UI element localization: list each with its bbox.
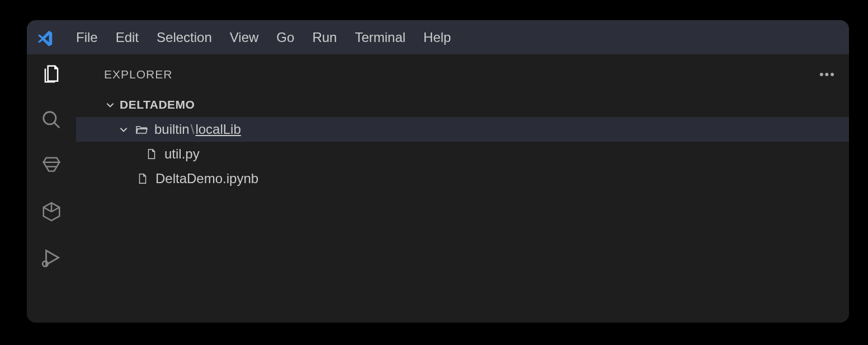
folder-part2: localLib: [195, 122, 240, 137]
file-name: DeltaDemo.ipynb: [155, 171, 258, 187]
sidebar-title: EXPLORER: [104, 68, 172, 81]
explorer-icon[interactable]: [40, 62, 63, 86]
file-row-deltademo[interactable]: DeltaDemo.ipynb: [76, 166, 849, 191]
project-root[interactable]: DELTADEMO: [76, 92, 849, 117]
menu-edit[interactable]: Edit: [107, 26, 148, 49]
file-icon: [143, 148, 160, 160]
svg-line-1: [54, 123, 60, 128]
folder-label: builtin\localLib: [154, 122, 241, 137]
sidebar-header: EXPLORER •••: [76, 61, 849, 88]
file-name: util.py: [164, 146, 200, 162]
folder-open-icon: [133, 123, 150, 136]
path-separator: \: [191, 122, 195, 137]
run-debug-icon[interactable]: [40, 246, 63, 269]
body: EXPLORER ••• DELTADEMO: [27, 54, 849, 323]
folder-row[interactable]: builtin\localLib: [76, 117, 849, 142]
chevron-down-icon: [103, 100, 117, 110]
more-actions-icon[interactable]: •••: [819, 67, 836, 82]
source-control-icon[interactable]: [40, 154, 63, 178]
menu-file[interactable]: File: [67, 26, 107, 49]
vscode-logo-icon: [37, 29, 54, 46]
file-tree: DELTADEMO builtin\localLib: [76, 88, 849, 191]
search-icon[interactable]: [40, 108, 63, 132]
explorer-sidebar: EXPLORER ••• DELTADEMO: [76, 54, 849, 323]
menu-terminal[interactable]: Terminal: [346, 26, 414, 49]
menu-bar: File Edit Selection View Go Run Terminal…: [67, 26, 460, 49]
file-row-util[interactable]: util.py: [76, 142, 849, 166]
project-name: DELTADEMO: [120, 98, 195, 111]
menu-view[interactable]: View: [221, 26, 268, 49]
titlebar: File Edit Selection View Go Run Terminal…: [27, 20, 849, 54]
svg-point-0: [44, 112, 56, 124]
folder-part1: builtin: [154, 122, 190, 137]
file-icon: [134, 172, 151, 185]
menu-go[interactable]: Go: [267, 26, 303, 49]
activity-bar: [27, 54, 76, 323]
extensions-icon[interactable]: [40, 200, 63, 223]
menu-selection[interactable]: Selection: [148, 26, 221, 49]
menu-run[interactable]: Run: [303, 26, 346, 49]
vscode-window: File Edit Selection View Go Run Terminal…: [27, 20, 849, 323]
chevron-down-icon: [116, 124, 131, 134]
menu-help[interactable]: Help: [414, 26, 460, 49]
